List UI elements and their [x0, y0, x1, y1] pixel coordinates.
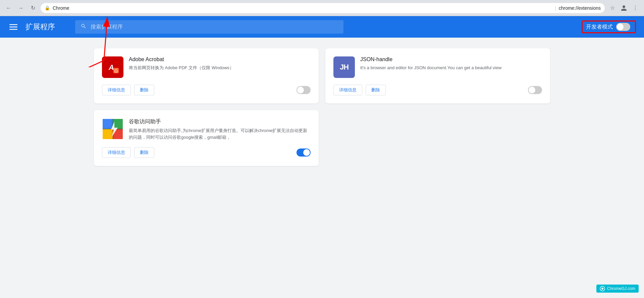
adobe-name: Adobe Acrobat: [129, 56, 311, 62]
adobe-icon: A ⬡: [102, 56, 123, 78]
extensions-header: 扩展程序 开发者模式: [0, 16, 644, 38]
extension-card-json: JH JSON-handle It's a browser and editor…: [325, 48, 550, 103]
google-remove-button[interactable]: 删除: [134, 147, 154, 158]
google-icon: [102, 118, 123, 140]
json-details-button[interactable]: 详细信息: [333, 85, 362, 95]
google-card-header: 谷歌访问助手 最简单易用的谷歌访问助手,为chrome扩展用户量身打造。可以解决…: [102, 118, 311, 140]
browser-chrome-bar: ← → ↻ 🔒 Chrome | chrome://extensions ☆ ⋮: [0, 0, 644, 16]
header-right: 开发者模式: [582, 20, 636, 33]
google-footer: 详细信息 删除: [102, 147, 311, 158]
json-desc: It's a browser and editor for JSON docum…: [360, 65, 542, 71]
json-icon-text: JH: [340, 63, 348, 72]
url-text: Chrome: [53, 5, 552, 11]
extension-card-google: 谷歌访问助手 最简单易用的谷歌访问助手,为chrome扩展用户量身打造。可以解决…: [94, 110, 319, 166]
profile-button[interactable]: [619, 3, 629, 13]
browser-actions: ☆ ⋮: [608, 3, 640, 13]
address-bar[interactable]: 🔒 Chrome | chrome://extensions: [40, 3, 605, 13]
svg-rect-11: [103, 119, 113, 129]
main-content: A ⬡ Adobe Acrobat 将当前网页转换为 Adobe PDF 文件（…: [0, 38, 644, 298]
json-icon: JH: [333, 56, 355, 78]
json-card-header: JH JSON-handle It's a browser and editor…: [333, 56, 542, 78]
adobe-toggle[interactable]: [297, 86, 311, 94]
json-toggle[interactable]: [528, 86, 542, 94]
forward-button[interactable]: →: [16, 3, 25, 13]
json-remove-button[interactable]: 删除: [366, 85, 386, 95]
svg-rect-1: [9, 27, 17, 28]
adobe-desc: 将当前网页转换为 Adobe PDF 文件（仅限 Windows）: [129, 65, 311, 71]
refresh-button[interactable]: ↻: [28, 3, 38, 13]
google-details-button[interactable]: 详细信息: [102, 147, 131, 158]
svg-rect-0: [9, 24, 17, 25]
search-icon: [80, 23, 87, 31]
extension-card-adobe: A ⬡ Adobe Acrobat 将当前网页转换为 Adobe PDF 文件（…: [94, 48, 319, 103]
google-name: 谷歌访问助手: [129, 118, 311, 125]
adobe-info: Adobe Acrobat 将当前网页转换为 Adobe PDF 文件（仅限 W…: [129, 56, 311, 71]
dev-mode-label: 开发者模式: [586, 24, 613, 31]
json-footer: 详细信息 删除: [333, 85, 542, 95]
developer-mode-section: 开发者模式: [582, 20, 636, 33]
back-button[interactable]: ←: [4, 3, 13, 13]
adobe-remove-button[interactable]: 删除: [134, 85, 154, 95]
google-toggle[interactable]: [297, 148, 311, 157]
adobe-details-button[interactable]: 详细信息: [102, 85, 131, 95]
bookmark-button[interactable]: ☆: [608, 3, 617, 13]
menu-button[interactable]: ⋮: [631, 3, 640, 13]
svg-text:⬡: ⬡: [114, 69, 118, 73]
page-title: 扩展程序: [25, 22, 55, 32]
json-name: JSON-handle: [360, 56, 542, 62]
svg-rect-13: [103, 129, 113, 139]
watermark: ChromeGJ.com: [596, 285, 639, 293]
google-info: 谷歌访问助手 最简单易用的谷歌访问助手,为chrome扩展用户量身打造。可以解决…: [129, 118, 311, 140]
svg-point-19: [601, 288, 603, 290]
extensions-grid: A ⬡ Adobe Acrobat 将当前网页转换为 Adobe PDF 文件（…: [94, 48, 550, 166]
google-desc: 最简单易用的谷歌访问助手,为chrome扩展用户量身打造。可以解决chrome扩…: [129, 127, 311, 140]
url-path: chrome://extensions: [559, 5, 601, 11]
adobe-footer: 详细信息 删除: [102, 85, 311, 95]
adobe-card-header: A ⬡ Adobe Acrobat 将当前网页转换为 Adobe PDF 文件（…: [102, 56, 311, 78]
lock-icon: 🔒: [45, 5, 50, 10]
svg-text:A: A: [108, 63, 114, 72]
svg-rect-2: [9, 29, 17, 30]
json-info: JSON-handle It's a browser and editor fo…: [360, 56, 542, 71]
url-separator: |: [555, 5, 556, 11]
search-input[interactable]: [91, 24, 338, 30]
dev-mode-toggle[interactable]: [616, 23, 630, 31]
watermark-text: ChromeGJ.com: [607, 286, 635, 291]
search-bar[interactable]: [75, 20, 343, 34]
hamburger-menu-button[interactable]: [8, 22, 19, 32]
